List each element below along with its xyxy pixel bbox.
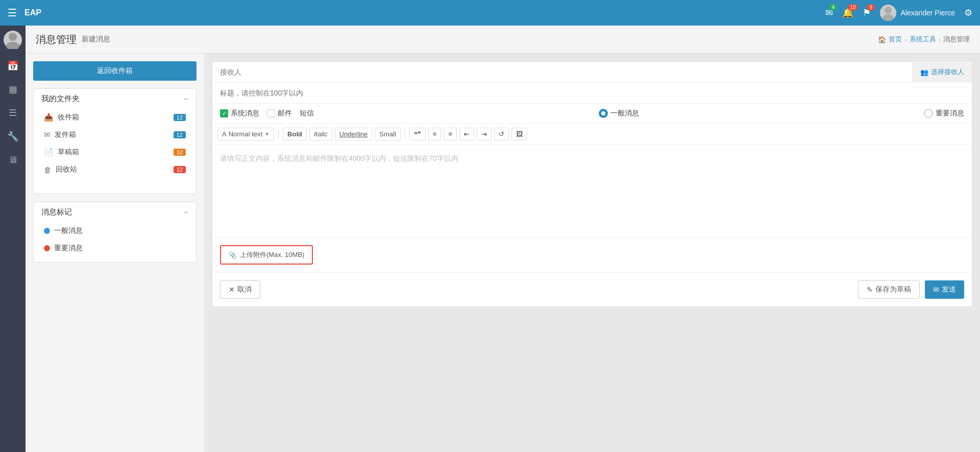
folder-badge-draft: 12 [174,149,186,156]
blockquote-icon: ❝❞ [414,130,421,138]
blockquote-button[interactable]: ❝❞ [409,128,426,140]
folder-item-sent[interactable]: ✉ 发件箱 12 [41,126,188,144]
text-format-label: Normal text [229,130,262,138]
save-draft-button[interactable]: ✎ 保存为草稿 [858,280,920,299]
folder-badge-inbox: 12 [174,114,186,121]
indent-right-icon: ⇥ [481,130,487,138]
hamburger-icon[interactable]: ☰ [8,7,17,19]
cancel-button[interactable]: ✕ 取消 [220,280,260,299]
label-section-title: 消息标记 [41,207,72,217]
attachment-area: 📎 上传附件(Max. 10MB) [212,237,972,272]
label-item-normal[interactable]: 一般消息 [41,222,188,240]
sidebar-item-monitor[interactable]: 🖥 [3,150,23,170]
avatar [880,5,896,21]
folder-item-trash[interactable]: 🗑 回收站 12 [41,161,188,178]
subject-input[interactable] [212,83,972,104]
system-msg-checkbox-group: ✓ 系统消息 [220,109,259,118]
undo-button[interactable]: ↺ [494,128,509,140]
draft-label: 保存为草稿 [875,285,911,294]
ordered-list-button[interactable]: ≡ [444,128,457,140]
back-to-inbox-button[interactable]: 返回收件箱 [33,61,197,81]
compose-box: 👥 选择接收人 ✓ 系统消息 邮件 [212,61,972,307]
upload-btn-label: 上传附件(Max. 10MB) [240,250,304,259]
breadcrumb-home[interactable]: 首页 [889,35,902,44]
action-row: ✕ 取消 ✎ 保存为草稿 ✉ 发送 [212,272,972,306]
label-section-header: 消息标记 − [41,207,188,217]
sidebar: 📅 ▦ ☰ 🔧 🖥 [0,26,26,452]
folder-badge-trash: 12 [174,166,186,173]
normal-msg-radio[interactable] [599,109,608,118]
system-msg-label: 系统消息 [231,109,259,118]
flag-badge: 9 [867,4,875,11]
bold-button[interactable]: Bold [283,128,307,140]
page-subtitle: 新建消息 [82,35,110,44]
sms-label: 短信 [300,109,314,118]
upload-attachment-button[interactable]: 📎 上传附件(Max. 10MB) [220,245,313,265]
folder-collapse-btn[interactable]: − [184,94,188,104]
sidebar-item-grid[interactable]: ▦ [3,79,23,100]
send-button[interactable]: ✉ 发送 [925,280,964,299]
recipient-row: 👥 选择接收人 [212,62,972,83]
folder-badge-sent: 12 [174,131,186,138]
system-msg-checkbox[interactable]: ✓ [220,109,228,117]
page-title: 消息管理 [36,33,77,46]
normal-msg-label: 一般消息 [54,226,83,235]
topbar: ☰ EAP ✉ 4 🔔 10 ⚑ 9 Alexander Pierce ⚙ [0,0,980,26]
folder-name-inbox: 收件箱 [58,113,169,122]
user-menu[interactable]: Alexander Pierce [880,5,955,21]
select-recipient-button[interactable]: 👥 选择接收人 [912,62,972,82]
email-checkbox-group: 邮件 [267,109,292,118]
italic-button[interactable]: Italic [309,128,332,140]
left-panel: 返回收件箱 我的文件夹 − 📥 收件箱 12 ✉ 发件箱 12 [26,54,204,452]
breadcrumb-home-icon: 🏠 [878,36,886,43]
label-collapse-btn[interactable]: − [184,208,188,217]
breadcrumb-system-tools[interactable]: 系统工具 [910,35,936,44]
label-list: 一般消息 重要消息 [41,222,188,257]
dropdown-arrow-icon: ▼ [264,131,270,137]
email-checkbox[interactable] [267,109,275,117]
important-msg-label: 重要消息 [54,244,83,253]
flag-icon-btn[interactable]: ⚑ 9 [863,7,871,18]
email-label: 邮件 [278,109,292,118]
svg-point-0 [885,7,892,14]
important-msg-radio[interactable] [924,109,933,118]
toolbar-sep2 [405,129,405,139]
svg-point-1 [883,14,894,21]
bell-icon-btn[interactable]: 🔔 10 [842,7,853,18]
text-format-dropdown[interactable]: A Normal text ▼ [217,128,274,140]
folder-item-draft[interactable]: 📄 草稿箱 12 [41,144,188,161]
inbox-icon: 📥 [44,113,54,122]
folder-section-title: 我的文件夹 [41,94,80,104]
mail-icon-btn[interactable]: ✉ 4 [825,7,833,18]
action-right: ✎ 保存为草稿 ✉ 发送 [858,280,964,299]
sidebar-item-calendar[interactable]: 📅 [3,56,23,76]
important-msg-radio-group: 重要消息 [924,109,964,118]
label-item-important[interactable]: 重要消息 [41,240,188,257]
recipient-input[interactable] [212,62,912,82]
indent-left-button[interactable]: ⇤ [459,128,474,140]
cancel-icon: ✕ [229,286,235,294]
paperclip-icon: 📎 [229,251,237,259]
small-button[interactable]: Small [375,128,401,140]
editor-area[interactable]: 请填写正文内容，系统消息和邮件限制在4000字以内，短信限制在70字以内 [212,145,972,237]
right-panel: 👥 选择接收人 ✓ 系统消息 邮件 [204,54,980,452]
normal-msg-radio-group: 一般消息 [599,109,639,118]
brand-label: EAP [24,8,41,17]
folder-item-inbox[interactable]: 📥 收件箱 12 [41,109,188,126]
main-layout: 返回收件箱 我的文件夹 − 📥 收件箱 12 ✉ 发件箱 12 [26,26,980,452]
breadcrumb: 🏠 首页 › 系统工具 › 消息管理 [878,35,970,44]
unordered-list-button[interactable]: ≡ [428,128,442,140]
insert-image-button[interactable]: 🖼 [511,128,527,140]
editor-toolbar: A Normal text ▼ Bold Italic Underline Sm… [212,124,972,145]
content-area: 返回收件箱 我的文件夹 − 📥 收件箱 12 ✉ 发件箱 12 [26,54,980,452]
sidebar-item-wrench[interactable]: 🔧 [3,126,23,147]
undo-icon: ↺ [499,130,504,138]
ol-icon: ≡ [448,130,452,138]
font-icon: A [222,130,227,138]
sidebar-item-list[interactable]: ☰ [3,103,23,123]
trash-icon: 🗑 [44,165,52,174]
indent-right-button[interactable]: ⇥ [477,128,492,140]
pencil-icon: ✎ [867,286,873,294]
topbar-settings-icon[interactable]: ⚙ [964,7,972,18]
underline-button[interactable]: Underline [335,128,373,140]
